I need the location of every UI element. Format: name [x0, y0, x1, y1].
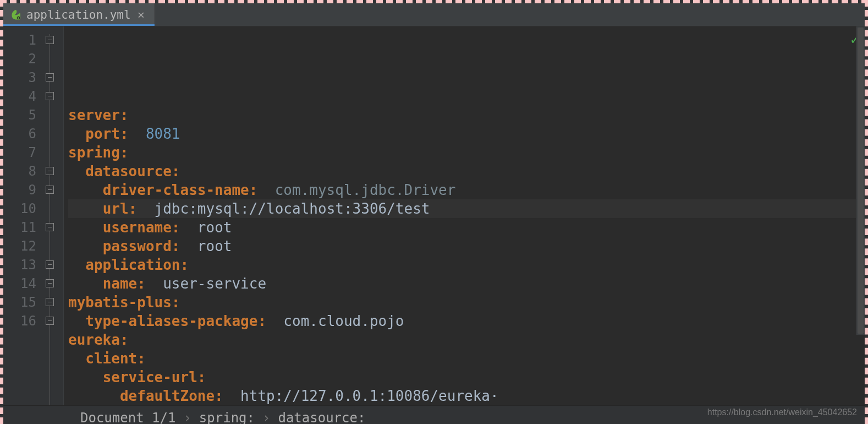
- code-line[interactable]: username: root: [68, 218, 865, 237]
- line-number: 3: [3, 68, 36, 87]
- fold-gutter[interactable]: [42, 26, 64, 405]
- fold-toggle-icon[interactable]: [46, 279, 54, 287]
- line-number: 6: [3, 124, 36, 143]
- vertical-scrollbar[interactable]: [856, 26, 865, 335]
- yaml-colon: :: [257, 312, 266, 330]
- yaml-key: url: [103, 199, 129, 218]
- code-area[interactable]: ✓ server: port: 8081spring: datasource: …: [64, 26, 865, 405]
- tab-filename: application.yml: [26, 8, 131, 21]
- yaml-key: mybatis-plus: [68, 293, 172, 312]
- yaml-value: root: [197, 237, 232, 256]
- line-number-gutter: 12345678910111213141516: [3, 26, 42, 405]
- fold-toggle-icon[interactable]: [46, 186, 54, 194]
- svg-point-1: [18, 17, 19, 19]
- fold-toggle-icon[interactable]: [46, 92, 54, 100]
- code-line[interactable]: datasource:: [68, 162, 865, 181]
- yaml-key: name: [103, 274, 138, 293]
- code-line[interactable]: port: 8081: [68, 124, 865, 143]
- fold-toggle-icon[interactable]: [46, 260, 54, 269]
- line-number: 8: [3, 162, 36, 181]
- code-line[interactable]: defaultZone: http://127.0.0.1:10086/eure…: [68, 387, 865, 405]
- yaml-colon: :: [137, 274, 146, 293]
- yaml-colon: :: [172, 237, 180, 256]
- yaml-key: eureka: [68, 330, 120, 349]
- active-tab-indicator: [3, 24, 155, 26]
- yaml-key: spring: [68, 143, 120, 162]
- breadcrumb-item[interactable]: datasource:: [278, 410, 365, 425]
- chevron-right-icon: ›: [183, 410, 191, 425]
- yaml-key: service-url: [103, 368, 197, 387]
- breadcrumb-item[interactable]: spring:: [199, 410, 255, 425]
- yaml-value: com.cloud.pojo: [283, 312, 404, 330]
- line-number: 9: [3, 181, 36, 199]
- code-line[interactable]: type-aliases-package: com.cloud.pojo: [68, 312, 865, 330]
- yaml-colon: :: [172, 162, 180, 181]
- yaml-colon: :: [129, 199, 138, 218]
- code-line[interactable]: server:: [68, 106, 865, 124]
- spring-leaf-icon: [10, 9, 22, 21]
- fold-toggle-icon[interactable]: [46, 317, 54, 325]
- close-icon[interactable]: ×: [135, 9, 147, 21]
- code-line[interactable]: eureka:: [68, 330, 865, 349]
- code-line[interactable]: url: jdbc:mysql://localhost:3306/test: [68, 199, 865, 218]
- yaml-value: http://127.0.0.1:10086/eureka: [240, 387, 490, 405]
- caret: ·: [490, 387, 499, 405]
- fold-toggle-icon[interactable]: [46, 298, 54, 306]
- code-line[interactable]: application:: [68, 256, 865, 274]
- yaml-colon: :: [215, 387, 223, 405]
- editor-frame: application.yml × 1234567891011121314151…: [0, 0, 868, 424]
- line-number: 14: [3, 274, 36, 293]
- yaml-colon: :: [120, 124, 129, 143]
- code-line[interactable]: mybatis-plus:: [68, 293, 865, 312]
- watermark-text: https://blog.csdn.net/weixin_45042652: [707, 407, 857, 417]
- fold-toggle-icon[interactable]: [46, 223, 54, 231]
- line-number: 15: [3, 293, 36, 312]
- code-line[interactable]: service-url:: [68, 368, 865, 387]
- yaml-key: defaultZone: [120, 387, 215, 405]
- line-number: 4: [3, 87, 36, 106]
- code-line[interactable]: spring:: [68, 143, 865, 162]
- line-number: 5: [3, 106, 36, 124]
- tab-bar: application.yml ×: [3, 3, 865, 26]
- yaml-colon: :: [120, 143, 129, 162]
- yaml-key: type-aliases-package: [85, 312, 257, 330]
- breadcrumb-item[interactable]: Document 1/1: [80, 410, 175, 425]
- yaml-key: port: [85, 124, 120, 143]
- line-number: 10: [3, 199, 36, 218]
- yaml-colon: :: [180, 256, 189, 274]
- code-line[interactable]: driver-class-name: com.mysql.jdbc.Driver: [68, 181, 865, 199]
- yaml-key: username: [103, 218, 172, 237]
- yaml-value: jdbc:mysql://localhost:3306/test: [155, 199, 430, 218]
- code-line[interactable]: name: user-service: [68, 274, 865, 293]
- yaml-value: root: [197, 218, 232, 237]
- chevron-right-icon: ›: [262, 410, 270, 425]
- fold-toggle-icon[interactable]: [46, 73, 54, 81]
- line-number: 13: [3, 256, 36, 274]
- code-line[interactable]: password: root: [68, 237, 865, 256]
- yaml-value: 8081: [146, 124, 180, 143]
- yaml-colon: :: [137, 349, 146, 368]
- fold-guide-line: [50, 34, 50, 405]
- yaml-colon: :: [120, 330, 129, 349]
- scrollbar-thumb[interactable]: [858, 28, 864, 334]
- yaml-value: com.mysql.jdbc.Driver: [275, 181, 456, 199]
- yaml-colon: :: [120, 106, 129, 124]
- code-line[interactable]: client:: [68, 349, 865, 368]
- line-number: 11: [3, 218, 36, 237]
- yaml-key: client: [85, 349, 137, 368]
- yaml-colon: :: [249, 181, 258, 199]
- fold-toggle-icon[interactable]: [46, 36, 54, 44]
- editor-area[interactable]: 12345678910111213141516 ✓ server: port: …: [3, 26, 865, 405]
- yaml-value: user-service: [163, 274, 266, 293]
- line-number: 2: [3, 50, 36, 68]
- line-number: 1: [3, 31, 36, 50]
- line-number: 16: [3, 312, 36, 330]
- yaml-key: application: [85, 256, 180, 274]
- fold-toggle-icon[interactable]: [46, 167, 54, 175]
- yaml-colon: :: [172, 293, 180, 312]
- line-number: 12: [3, 237, 36, 256]
- line-number: 7: [3, 143, 36, 162]
- file-tab[interactable]: application.yml ×: [3, 3, 155, 26]
- yaml-colon: :: [197, 368, 206, 387]
- yaml-key: server: [68, 106, 120, 124]
